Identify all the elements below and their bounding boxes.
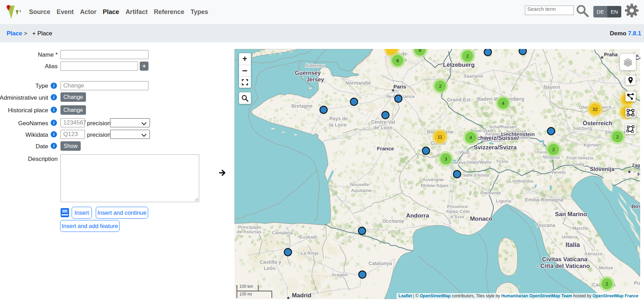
svg-text:d'Azur: d'Azur xyxy=(450,214,464,219)
svg-text:Schaffhausen: Schaffhausen xyxy=(489,125,517,129)
svg-text:Giulia: Giulia xyxy=(572,162,584,167)
svg-text:Umbria: Umbria xyxy=(562,234,578,240)
svg-text:Saarland: Saarland xyxy=(464,73,483,79)
svg-text:Schweiz/Suisse/: Schweiz/Suisse/ xyxy=(473,135,519,141)
svg-text:Emilia-Romagna: Emilia-Romagna xyxy=(525,197,563,203)
svg-text:Ticino: Ticino xyxy=(496,159,508,164)
svg-text:Valle d'Aosta: Valle d'Aosta xyxy=(463,173,489,178)
svg-text:La Rioja: La Rioja xyxy=(301,250,319,256)
svg-text:11: 11 xyxy=(437,134,442,140)
svg-text:Aquitaine: Aquitaine xyxy=(351,188,371,193)
svg-text:Paris: Paris xyxy=(393,84,406,90)
svg-text:Andorra: Andorra xyxy=(406,212,429,219)
svg-text:Österreich: Österreich xyxy=(583,120,612,127)
svg-text:Slovenija: Slovenija xyxy=(590,166,614,172)
svg-text:- Città del Vaticano: - Città del Vaticano xyxy=(537,263,590,269)
svg-text:Italia: Italia xyxy=(565,241,580,248)
svg-text:Piemonte: Piemonte xyxy=(480,190,501,196)
svg-text:Aragón: Aragón xyxy=(332,272,348,277)
svg-text:León: León xyxy=(264,265,275,271)
svg-text:Alpes-Côte: Alpes-Côte xyxy=(446,209,470,214)
svg-text:Toscana: Toscana xyxy=(536,222,555,228)
svg-text:4: 4 xyxy=(502,101,505,106)
svg-text:Guernsey: Guernsey xyxy=(295,70,321,76)
svg-text:Zagreb: Zagreb xyxy=(632,163,640,168)
svg-text:Catalunya: Catalunya xyxy=(369,261,392,266)
svg-text:2: 2 xyxy=(606,281,608,286)
svg-text:Centre-Val: Centre-Val xyxy=(371,119,395,125)
svg-text:Occitanie: Occitanie xyxy=(382,218,404,224)
svg-text:32: 32 xyxy=(592,107,598,112)
svg-text:Monaco: Monaco xyxy=(470,215,492,222)
svg-text:2: 2 xyxy=(466,54,469,59)
svg-text:Liguria: Liguria xyxy=(496,198,511,204)
svg-text:6: 6 xyxy=(396,58,399,63)
svg-text:Normandie: Normandie xyxy=(345,80,371,86)
svg-text:Civitas Vaticana: Civitas Vaticana xyxy=(542,256,587,263)
svg-text:4: 4 xyxy=(469,135,472,140)
svg-text:Molise: Molise xyxy=(599,265,613,270)
svg-text:2: 2 xyxy=(439,84,442,89)
svg-text:Svizzera/Svizra: Svizzera/Svizra xyxy=(474,144,517,151)
svg-text:Madrid: Madrid xyxy=(292,292,311,299)
svg-text:Bretagne: Bretagne xyxy=(291,103,313,109)
svg-text:Grand Est: Grand Est xyxy=(447,97,471,102)
svg-text:Marche: Marche xyxy=(572,226,588,231)
svg-text:Rhône-Alpes: Rhône-Alpes xyxy=(421,183,449,188)
svg-text:Friuli Venezia: Friuli Venezia xyxy=(566,156,593,161)
svg-text:de Asturias: de Asturias xyxy=(237,229,261,234)
svg-text:2: 2 xyxy=(552,147,555,152)
svg-text:8: 8 xyxy=(419,49,421,53)
svg-text:Cantabria: Cantabria xyxy=(272,230,293,235)
svg-text:Pays de: Pays de xyxy=(330,116,348,121)
svg-text:Alderney: Alderney xyxy=(305,63,325,68)
svg-text:Bosna i: Bosna i xyxy=(631,203,640,209)
svg-text:Veneto: Veneto xyxy=(551,170,566,175)
svg-text:de Loire: de Loire xyxy=(374,125,393,130)
svg-text:Bayern: Bayern xyxy=(543,84,560,90)
svg-text:Auvergne-: Auvergne- xyxy=(422,177,445,182)
svg-text:Valais/Wallis: Valais/Wallis xyxy=(466,160,492,165)
svg-text:Hrvatska: Hrvatska xyxy=(637,171,640,177)
svg-text:Nouvelle-: Nouvelle- xyxy=(350,182,371,187)
svg-text:Vaud: Vaud xyxy=(459,150,469,155)
svg-text:2: 2 xyxy=(616,134,619,140)
svg-text:Abruzzo: Abruzzo xyxy=(584,251,602,256)
svg-text:Kärnten: Kärnten xyxy=(584,142,601,148)
svg-text:Provence-: Provence- xyxy=(447,204,469,209)
svg-text:3: 3 xyxy=(444,156,447,162)
svg-text:Euskadi: Euskadi xyxy=(299,234,317,240)
svg-text:Jersey: Jersey xyxy=(306,77,324,83)
svg-text:Praha: Praha xyxy=(604,52,618,57)
svg-text:Lombardia: Lombardia xyxy=(509,178,533,184)
svg-text:France: France xyxy=(377,146,394,151)
svg-text:Puglia: Puglia xyxy=(634,280,640,286)
svg-text:San Marino: San Marino xyxy=(555,211,587,218)
svg-text:Castilla y: Castilla y xyxy=(260,259,281,265)
svg-text:la Loire: la Loire xyxy=(329,122,347,128)
